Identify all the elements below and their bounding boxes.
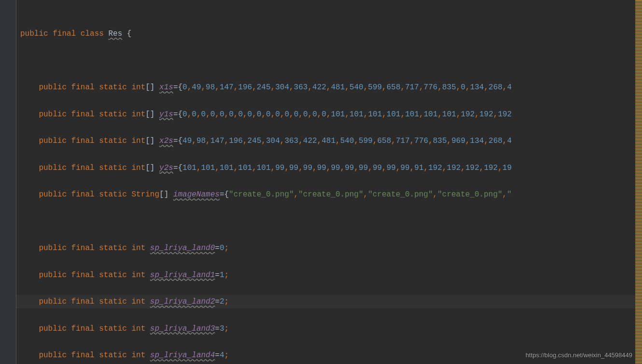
- const-name: sp_lriya_land0: [150, 244, 215, 252]
- const-line: public final static int sp_lriya_land2=2…: [16, 295, 642, 308]
- const-value: 3: [220, 324, 224, 333]
- const-value: 1: [220, 271, 224, 280]
- field-x1s: x1s: [159, 83, 173, 92]
- field-y2s: y2s: [159, 164, 173, 172]
- const-name: sp_lriya_land1: [150, 271, 215, 280]
- const-name: sp_lriya_land3: [150, 324, 215, 333]
- const-line: public final static int sp_lriya_land0=0…: [20, 241, 642, 255]
- const-name: sp_lriya_land4: [150, 351, 215, 360]
- field-modifiers: public final static int: [39, 83, 145, 92]
- minimap-scrollbar[interactable]: [635, 0, 642, 364]
- field-modifiers: public final static int: [39, 164, 145, 172]
- class-name: Res: [108, 29, 122, 38]
- field-modifiers: public final static int: [39, 110, 145, 119]
- const-modifiers: public final static int: [39, 244, 145, 252]
- const-line: public final static int sp_lriya_land3=3…: [20, 322, 642, 336]
- field-modifiers: public final static int: [39, 137, 145, 145]
- field-imageNames: imageNames: [173, 190, 220, 199]
- const-line: public final static int sp_lriya_land1=1…: [20, 268, 642, 282]
- const-value: 2: [220, 297, 224, 306]
- field-x2s: x2s: [159, 137, 173, 145]
- const-modifiers: public final static int: [39, 297, 145, 306]
- watermark: https://blog.csdn.net/weixin_44598449: [526, 350, 632, 361]
- editor: public final class Res { public final st…: [0, 0, 642, 364]
- const-value: 0: [220, 244, 224, 252]
- gutter[interactable]: [0, 0, 16, 364]
- brace-open: {: [122, 29, 131, 38]
- class-modifiers: public final class: [20, 29, 104, 38]
- const-value: 4: [220, 351, 224, 360]
- code-area[interactable]: public final class Res { public final st…: [16, 0, 642, 364]
- const-modifiers: public final static int: [39, 351, 145, 360]
- const-name: sp_lriya_land2: [150, 297, 215, 306]
- field-y1s: y1s: [159, 110, 173, 119]
- const-modifiers: public final static int: [39, 324, 145, 333]
- const-modifiers: public final static int: [39, 271, 145, 280]
- field-modifiers: public final static String: [39, 190, 159, 199]
